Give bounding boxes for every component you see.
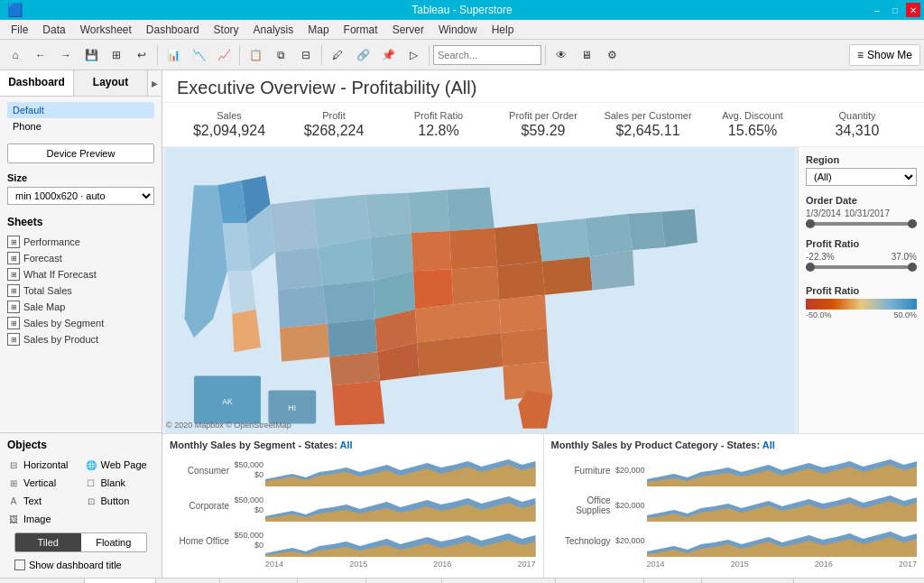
toolbar-chart3[interactable]: 📈 (212, 43, 236, 67)
toolbar-new-sheet[interactable]: 📋 (244, 43, 267, 67)
device-section: Default Phone (0, 97, 162, 140)
date-range-thumb-right[interactable] (908, 219, 917, 228)
tab-product[interactable]: ⊞ Product (156, 578, 220, 583)
object-vertical[interactable]: ⊞ Vertical (7, 475, 78, 491)
object-webpage[interactable]: 🌐 Web Page (85, 457, 155, 473)
date-range-slider[interactable] (806, 222, 917, 226)
search-input[interactable] (433, 45, 541, 65)
menu-analysis[interactable]: Analysis (246, 22, 301, 38)
kpi-discount-value: 15.65% (700, 123, 805, 139)
close-btn[interactable]: ✕ (906, 3, 920, 17)
menu-data[interactable]: Data (35, 22, 72, 38)
sheet-what-if[interactable]: ⊞ What If Forecast (7, 266, 154, 282)
profit-ratio-slider[interactable] (806, 265, 917, 269)
show-title-checkbox[interactable] (14, 560, 25, 570)
device-default[interactable]: Default (7, 102, 154, 118)
tab-data-source[interactable]: ⊞ Data Source (0, 578, 85, 583)
state-ny-ne (585, 214, 633, 257)
state-texas (332, 381, 384, 426)
sheet-performance[interactable]: ⊞ Performance (7, 234, 154, 250)
map-filters-row: AK HI © 2020 Mapbox © OpenStreetMap Regi… (162, 147, 924, 433)
state-virginia (542, 257, 593, 295)
toolbar-chart2[interactable]: 📉 (187, 43, 210, 67)
object-button[interactable]: ⊡ Button (85, 493, 155, 509)
corporate-chart[interactable] (265, 489, 536, 522)
toolbar-highlight[interactable]: 🖊 (326, 43, 349, 67)
tab-order-details[interactable]: ⊞ Order Details (556, 578, 644, 583)
sheet-sales-product[interactable]: ⊞ Sales by Product (7, 331, 154, 347)
toolbar-share[interactable]: ⚙ (600, 43, 624, 67)
toolbar-play[interactable]: ▷ (402, 43, 425, 67)
toolbar-add-source[interactable]: ⊞ (105, 43, 128, 67)
tab-forecast[interactable]: Forecast (644, 578, 702, 583)
furniture-chart[interactable] (647, 454, 918, 486)
menu-window[interactable]: Window (431, 22, 485, 38)
profit-ratio-values: -22.3% 37.0% (806, 252, 917, 262)
segment-chart-title: Monthly Sales by Segment - States: All (170, 440, 536, 450)
sheet-total-sales[interactable]: ⊞ Total Sales (7, 282, 154, 299)
menu-dashboard[interactable]: Dashboard (139, 22, 207, 38)
tiled-btn[interactable]: Tiled (15, 533, 81, 551)
office-supplies-row: OfficeSupplies $20,000 (551, 489, 918, 522)
tab-customers[interactable]: ⊞ Customers (220, 578, 298, 583)
object-horizontal[interactable]: ⊟ Horizontal (7, 457, 78, 473)
maximize-btn[interactable]: □ (888, 3, 902, 17)
state-wv-pa (497, 262, 545, 300)
size-select[interactable]: min 1000x620 · auto (7, 187, 154, 205)
panel-options-btn[interactable]: ▸ (148, 70, 162, 96)
toolbar-save[interactable]: 💾 (79, 43, 103, 67)
menu-worksheet[interactable]: Worksheet (73, 22, 139, 38)
layout-tab[interactable]: Layout (74, 70, 148, 96)
toolbar-undo[interactable]: ↩ (130, 43, 153, 67)
object-image[interactable]: 🖼 Image (7, 511, 78, 527)
region-select[interactable]: (All) (806, 168, 917, 186)
toolbar-link[interactable]: 🔗 (351, 43, 374, 67)
sheet-sale-map[interactable]: ⊞ Sale Map (7, 299, 154, 315)
date-range-thumb-left[interactable] (806, 219, 815, 228)
tab-shipping[interactable]: ⊞ Shipping (298, 578, 366, 583)
office-supplies-label: OfficeSupplies (551, 495, 614, 515)
sheet-forecast[interactable]: ⊞ Forecast (7, 250, 154, 266)
device-preview-btn[interactable]: Device Preview (7, 143, 154, 163)
menu-story[interactable]: Story (207, 22, 246, 38)
toolbar-back[interactable]: ← (29, 43, 52, 67)
menu-server[interactable]: Server (385, 22, 431, 38)
toolbar-pin[interactable]: 📌 (376, 43, 400, 67)
menu-help[interactable]: Help (485, 22, 522, 38)
profit-ratio-thumb-right[interactable] (908, 263, 917, 272)
tab-what-if[interactable]: What If Forecast (702, 578, 794, 583)
toolbar-desktop[interactable]: 🖥 (575, 43, 598, 67)
tab-commission[interactable]: ⊞ Commission Model (442, 578, 557, 583)
show-me-button[interactable]: ≡ Show Me (849, 44, 920, 66)
menu-format[interactable]: Format (337, 22, 385, 38)
sheet-sales-segment[interactable]: ⊞ Sales by Segment (7, 315, 154, 331)
device-phone[interactable]: Phone (7, 118, 154, 134)
kpi-sales-label: Sales (177, 110, 282, 121)
menu-map[interactable]: Map (300, 22, 336, 38)
toolbar-dup[interactable]: ⧉ (269, 43, 292, 67)
toolbar-new-dash[interactable]: ⊟ (294, 43, 318, 67)
image-icon: 🖼 (7, 513, 20, 525)
profit-ratio-thumb-left[interactable] (806, 263, 815, 272)
tab-performance[interactable]: Performance (366, 578, 442, 583)
floating-btn[interactable]: Floating (81, 533, 147, 551)
dashboard-tab[interactable]: Dashboard (0, 70, 74, 96)
technology-chart[interactable] (647, 524, 918, 557)
toolbar-forward[interactable]: → (54, 43, 78, 67)
show-me-label: Show Me (867, 49, 912, 61)
map-container[interactable]: AK HI © 2020 Mapbox © OpenStreetMap (162, 147, 798, 433)
tab-overview[interactable]: ⊞ Overview (85, 578, 156, 583)
toolbar-home[interactable]: ⌂ (4, 43, 27, 67)
toolbar-chart1[interactable]: 📊 (162, 43, 185, 67)
window-title: Tableau - Superstore (411, 4, 512, 16)
product-chart-section: Monthly Sales by Product Category - Stat… (543, 434, 925, 578)
vertical-icon: ⊞ (7, 477, 20, 489)
homeoffice-chart[interactable] (265, 524, 536, 557)
object-text[interactable]: A Text (7, 493, 78, 509)
menu-file[interactable]: File (4, 22, 35, 38)
object-blank[interactable]: ☐ Blank (85, 475, 155, 491)
consumer-chart[interactable] (265, 454, 536, 486)
minimize-btn[interactable]: – (870, 3, 884, 17)
office-supplies-chart[interactable] (647, 489, 918, 522)
toolbar-view[interactable]: 👁 (550, 43, 573, 67)
